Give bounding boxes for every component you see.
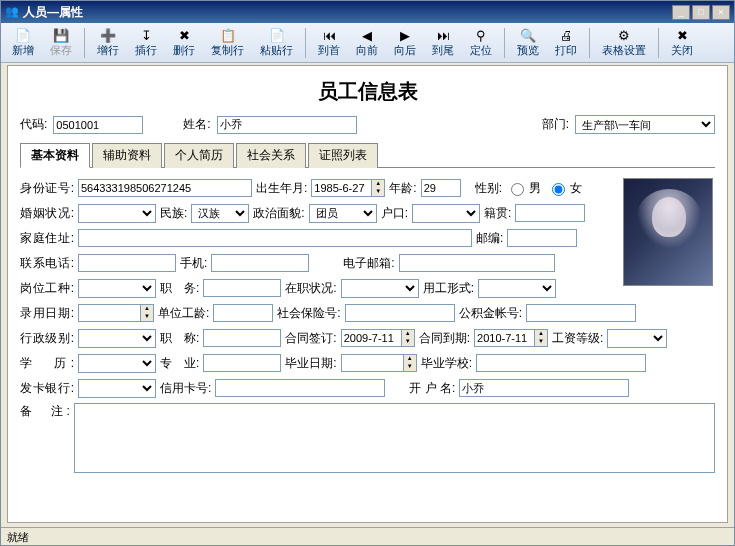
- title-input[interactable]: [203, 329, 281, 347]
- ssn-label: 社会保险号:: [277, 305, 340, 322]
- major-label: 专 业:: [160, 355, 199, 372]
- toolbar-删行[interactable]: ✖删行: [166, 24, 202, 61]
- tab-社会关系[interactable]: 社会关系: [236, 143, 306, 168]
- tab-基本资料[interactable]: 基本资料: [20, 143, 90, 168]
- tab-证照列表[interactable]: 证照列表: [308, 143, 378, 168]
- toolbar-separator: [589, 28, 590, 58]
- toolbar-定位[interactable]: ⚲定位: [463, 24, 499, 61]
- minimize-button[interactable]: _: [672, 5, 690, 20]
- native-input[interactable]: [515, 204, 585, 222]
- app-icon: 👥: [5, 5, 19, 19]
- spin-down-icon[interactable]: ▼: [372, 188, 384, 196]
- toolbar-预览[interactable]: 🔍预览: [510, 24, 546, 61]
- status-label: 在职状况:: [285, 280, 336, 297]
- toolbar-label: 向后: [394, 43, 416, 58]
- toolbar-保存[interactable]: 💾保存: [43, 24, 79, 61]
- hukou-select[interactable]: [412, 204, 480, 223]
- page-title: 员工信息表: [20, 78, 715, 105]
- toolbar-复制行[interactable]: 📋复制行: [204, 24, 251, 61]
- edu-label: 学 历:: [20, 355, 74, 372]
- close-button[interactable]: ×: [712, 5, 730, 20]
- toolbar-增行[interactable]: ➕增行: [90, 24, 126, 61]
- toolbar-icon: ✖: [176, 27, 192, 43]
- email-input[interactable]: [399, 254, 555, 272]
- toolbar-表格设置[interactable]: ⚙表格设置: [595, 24, 653, 61]
- major-input[interactable]: [203, 354, 281, 372]
- tab-bar: 基本资料辅助资料个人简历社会关系证照列表: [20, 142, 715, 168]
- cstart-datepicker[interactable]: ▲▼: [341, 329, 415, 347]
- toolbar-icon: ✖: [674, 27, 690, 43]
- gender-male[interactable]: 男: [506, 180, 541, 197]
- toolbar-icon: ↧: [138, 27, 154, 43]
- job-label: 岗位工种:: [20, 280, 74, 297]
- cend-datepicker[interactable]: ▲▼: [474, 329, 548, 347]
- zip-input[interactable]: [507, 229, 577, 247]
- toolbar-打印[interactable]: 🖨打印: [548, 24, 584, 61]
- gender-female[interactable]: 女: [547, 180, 582, 197]
- dept-select[interactable]: 生产部\一车间: [575, 115, 715, 134]
- toolbar-到尾[interactable]: ⏭到尾: [425, 24, 461, 61]
- duty-input[interactable]: [203, 279, 281, 297]
- remark-label: 备 注:: [20, 403, 70, 420]
- bank-select[interactable]: [78, 379, 156, 398]
- remark-textarea[interactable]: [74, 403, 715, 473]
- duty-label: 职 务:: [160, 280, 199, 297]
- toolbar-向前[interactable]: ◀向前: [349, 24, 385, 61]
- graddate-datepicker[interactable]: ▲▼: [341, 354, 417, 372]
- job-select[interactable]: [78, 279, 156, 298]
- politics-select[interactable]: 团员: [309, 204, 377, 223]
- mobile-input[interactable]: [211, 254, 309, 272]
- window-buttons: _ □ ×: [672, 5, 730, 20]
- toolbar-label: 插行: [135, 43, 157, 58]
- id-input[interactable]: [78, 179, 252, 197]
- acct-input[interactable]: [459, 379, 629, 397]
- toolbar-向后[interactable]: ▶向后: [387, 24, 423, 61]
- addr-input[interactable]: [78, 229, 472, 247]
- admin-label: 行政级别:: [20, 330, 74, 347]
- birth-datepicker[interactable]: ▲▼: [311, 179, 385, 197]
- compage-input[interactable]: [213, 304, 273, 322]
- nation-select[interactable]: 汉族: [191, 204, 249, 223]
- graddate-label: 毕业日期:: [285, 355, 336, 372]
- tab-个人简历[interactable]: 个人简历: [164, 143, 234, 168]
- hire-datepicker[interactable]: ▲▼: [78, 304, 154, 322]
- form-body: 身份证号: 出生年月: ▲▼ 年龄: 性别: 男 女 婚姻状况: 民族: 汉族 …: [20, 178, 715, 473]
- toolbar-关闭[interactable]: ✖关闭: [664, 24, 700, 61]
- toolbar-label: 打印: [555, 43, 577, 58]
- gradschool-input[interactable]: [476, 354, 646, 372]
- wage-select[interactable]: [607, 329, 667, 348]
- gender-radio-group: 男 女: [506, 180, 582, 197]
- status-select[interactable]: [341, 279, 419, 298]
- window: 👥 人员—属性 _ □ × 📄新增💾保存➕增行↧插行✖删行📋复制行📄粘贴行⏮到首…: [0, 0, 735, 546]
- toolbar-separator: [504, 28, 505, 58]
- card-input[interactable]: [215, 379, 385, 397]
- toolbar-新增[interactable]: 📄新增: [5, 24, 41, 61]
- phone-input[interactable]: [78, 254, 176, 272]
- maximize-button[interactable]: □: [692, 5, 710, 20]
- ssn-input[interactable]: [345, 304, 455, 322]
- toolbar-插行[interactable]: ↧插行: [128, 24, 164, 61]
- admin-select[interactable]: [78, 329, 156, 348]
- marriage-select[interactable]: [78, 204, 156, 223]
- politics-label: 政治面貌:: [253, 205, 304, 222]
- titlebar: 👥 人员—属性 _ □ ×: [1, 1, 734, 23]
- edu-select[interactable]: [78, 354, 156, 373]
- toolbar-label: 到首: [318, 43, 340, 58]
- tab-辅助资料[interactable]: 辅助资料: [92, 143, 162, 168]
- toolbar-label: 保存: [50, 43, 72, 58]
- spin-up-icon[interactable]: ▲: [372, 180, 384, 188]
- toolbar-到首[interactable]: ⏮到首: [311, 24, 347, 61]
- photo[interactable]: [623, 178, 713, 286]
- code-input[interactable]: [53, 116, 143, 134]
- fund-input[interactable]: [526, 304, 636, 322]
- marriage-label: 婚姻状况:: [20, 205, 74, 222]
- toolbar-icon: ➕: [100, 27, 116, 43]
- toolbar-粘贴行[interactable]: 📄粘贴行: [253, 24, 300, 61]
- toolbar-label: 删行: [173, 43, 195, 58]
- age-input[interactable]: [421, 179, 461, 197]
- header-row: 代码: 姓名: 部门: 生产部\一车间: [20, 115, 715, 134]
- worktype-select[interactable]: [478, 279, 556, 298]
- name-input[interactable]: [217, 116, 357, 134]
- toolbar-icon: ⏮: [321, 27, 337, 43]
- statusbar: 就绪: [1, 527, 734, 545]
